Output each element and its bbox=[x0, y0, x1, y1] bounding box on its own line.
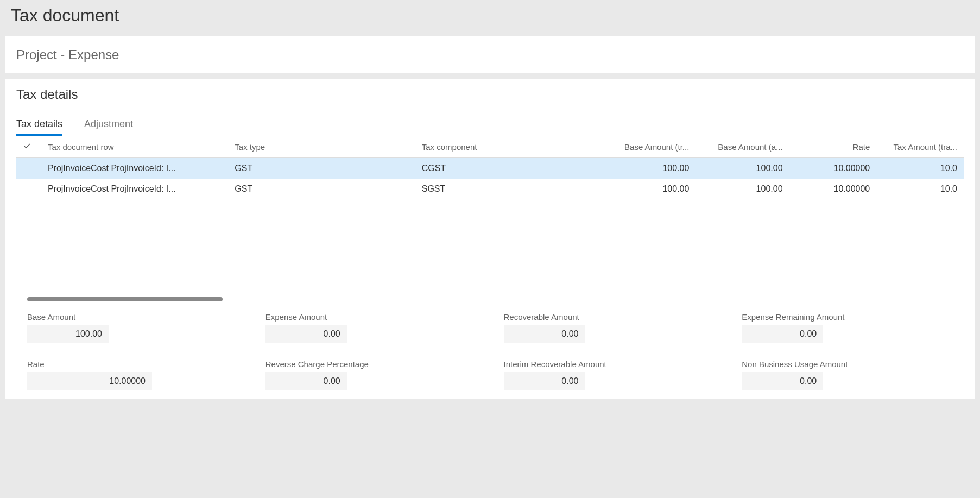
cell-base-amount-tr: 100.00 bbox=[602, 158, 696, 179]
tab-tax-details[interactable]: Tax details bbox=[16, 118, 62, 136]
cell-tax-type: GST bbox=[228, 179, 415, 199]
label-reverse-charge-percentage: Reverse Charge Percentage bbox=[265, 360, 477, 369]
cell-tax-amount-tr: 10.0 bbox=[876, 179, 964, 199]
value-non-business-usage-amount[interactable]: 0.00 bbox=[742, 372, 823, 390]
tab-strip: Tax details Adjustment bbox=[16, 118, 964, 136]
horizontal-scrollbar[interactable] bbox=[27, 297, 953, 301]
table-row[interactable]: ProjInvoiceCost ProjInvoiceId: I... GST … bbox=[16, 179, 964, 199]
page-subtitle: Project - Expense bbox=[16, 47, 964, 62]
checkmark-icon bbox=[23, 143, 31, 152]
label-interim-recoverable-amount: Interim Recoverable Amount bbox=[504, 360, 715, 369]
cell-tax-amount-tr: 10.0 bbox=[876, 158, 964, 179]
column-header-tax-amount-tr[interactable]: Tax Amount (tra... bbox=[876, 136, 964, 158]
cell-tax-document-row: ProjInvoiceCost ProjInvoiceId: I... bbox=[41, 158, 228, 179]
cell-tax-document-row: ProjInvoiceCost ProjInvoiceId: I... bbox=[41, 179, 228, 199]
table-row[interactable]: ProjInvoiceCost ProjInvoiceId: I... GST … bbox=[16, 158, 964, 179]
value-expense-amount[interactable]: 0.00 bbox=[265, 325, 347, 343]
column-header-base-amount-a[interactable]: Base Amount (a... bbox=[696, 136, 789, 158]
column-header-rate[interactable]: Rate bbox=[789, 136, 877, 158]
cell-tax-component: SGST bbox=[415, 179, 602, 199]
value-rate[interactable]: 10.00000 bbox=[27, 372, 152, 390]
cell-tax-component: CGST bbox=[415, 158, 602, 179]
value-expense-remaining-amount[interactable]: 0.00 bbox=[742, 325, 823, 343]
value-reverse-charge-percentage[interactable]: 0.00 bbox=[265, 372, 347, 390]
cell-rate: 10.00000 bbox=[789, 158, 877, 179]
label-non-business-usage-amount: Non Business Usage Amount bbox=[742, 360, 953, 369]
section-title: Tax details bbox=[16, 87, 964, 102]
tax-details-grid: Tax document row Tax type Tax component … bbox=[16, 136, 964, 199]
label-expense-remaining-amount: Expense Remaining Amount bbox=[742, 312, 953, 322]
tab-adjustment[interactable]: Adjustment bbox=[84, 118, 133, 136]
scrollbar-thumb[interactable] bbox=[27, 297, 223, 301]
value-base-amount[interactable]: 100.00 bbox=[27, 325, 109, 343]
cell-tax-type: GST bbox=[228, 158, 415, 179]
detail-fields: Base Amount 100.00 Expense Amount 0.00 R… bbox=[16, 312, 964, 390]
value-interim-recoverable-amount[interactable]: 0.00 bbox=[504, 372, 585, 390]
column-header-tax-type[interactable]: Tax type bbox=[228, 136, 415, 158]
column-header-tax-document-row[interactable]: Tax document row bbox=[41, 136, 228, 158]
cell-base-amount-a: 100.00 bbox=[696, 179, 789, 199]
cell-base-amount-tr: 100.00 bbox=[602, 179, 696, 199]
page-title: Tax document bbox=[11, 5, 969, 26]
label-base-amount: Base Amount bbox=[27, 312, 238, 322]
column-header-select[interactable] bbox=[16, 136, 41, 158]
column-header-base-amount-tr[interactable]: Base Amount (tr... bbox=[602, 136, 696, 158]
label-recoverable-amount: Recoverable Amount bbox=[504, 312, 715, 322]
label-expense-amount: Expense Amount bbox=[265, 312, 477, 322]
column-header-tax-component[interactable]: Tax component bbox=[415, 136, 602, 158]
cell-base-amount-a: 100.00 bbox=[696, 158, 789, 179]
label-rate: Rate bbox=[27, 360, 238, 369]
cell-rate: 10.00000 bbox=[789, 179, 877, 199]
value-recoverable-amount[interactable]: 0.00 bbox=[504, 325, 585, 343]
